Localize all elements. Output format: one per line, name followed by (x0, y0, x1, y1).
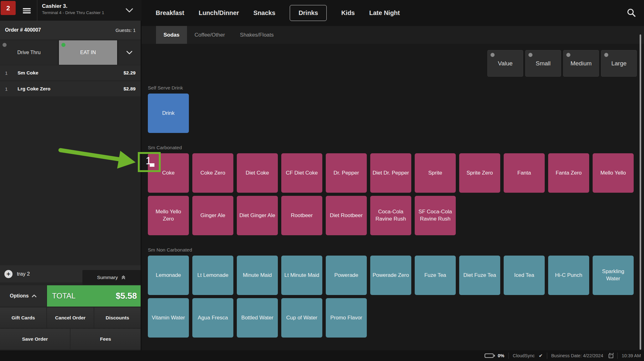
menu-item-promo-flavor[interactable]: Promo Flavor (326, 298, 367, 338)
size-button-medium[interactable]: Medium (563, 50, 599, 77)
hamburger-menu-icon[interactable] (23, 8, 31, 13)
cashier-name: Cashier 3. (42, 3, 104, 9)
menu-item-lemonade[interactable]: Lemonade (148, 256, 189, 295)
nav-tab-snacks[interactable]: Snacks (253, 9, 275, 17)
menu-item-sf-coca-cola-ravine-rush[interactable]: SF Coca-Cola Ravine Rush (415, 196, 456, 235)
menu-item-lt-lemonade[interactable]: Lt Lemonade (192, 256, 233, 295)
chevron-down-icon (126, 50, 133, 55)
nav-tab-lunch-dinner[interactable]: Lunch/Dinner (199, 9, 239, 17)
size-button-small[interactable]: Small (525, 50, 561, 77)
menu-item-iced-tea[interactable]: Iced Tea (504, 256, 545, 295)
divider (617, 353, 618, 359)
status-bar: 0% CloudSync ✔ Business Date: 4/22/2024 … (0, 350, 644, 361)
nav-tab-breakfast[interactable]: Breakfast (156, 9, 184, 17)
menu-item-agua-fresca[interactable]: Agua Fresca (192, 298, 233, 338)
add-tray-icon[interactable]: + (4, 270, 13, 278)
save-order-button[interactable]: Save Order (0, 329, 70, 349)
nav-tab-drinks[interactable]: Drinks (290, 5, 327, 21)
section-title-sm-carbonated: Sm Carbonated (148, 145, 640, 150)
item-qty: 1 (5, 70, 18, 76)
chevron-down-icon[interactable] (125, 8, 133, 13)
menu-item-vitamin-water[interactable]: Vitamin Water (148, 298, 189, 338)
summary-button[interactable]: Summary (82, 270, 141, 285)
order-header: Order # 400007 Guests: 1 (0, 21, 141, 39)
options-button[interactable]: Options (0, 285, 46, 307)
calendar-check-icon (609, 354, 613, 358)
total-value: $5.58 (116, 291, 137, 301)
menu-item-sprite-zero[interactable]: Sprite Zero (459, 153, 500, 193)
menu-item-fuze-tea[interactable]: Fuze Tea (415, 256, 456, 295)
menu-item-powerade[interactable]: Powerade (326, 256, 367, 295)
menu-item-coca-cola-ravine-rush[interactable]: Coca-Cola Ravine Rush (370, 196, 411, 235)
tray-label: tray 2 (17, 271, 30, 277)
subnav-tab-coffee-other[interactable]: Coffee/Other (187, 26, 232, 44)
totals-row: Options TOTAL $5.58 (0, 285, 141, 307)
total-button[interactable]: TOTAL $5.58 (47, 285, 141, 307)
menu-item-powerade-zero[interactable]: Powerade Zero (370, 256, 411, 295)
menu-item-dr-pepper[interactable]: Dr. Pepper (326, 153, 367, 193)
action-buttons-row2: Save OrderFees (0, 329, 141, 349)
item-name: Lrg Coke Zero (18, 86, 123, 92)
order-line-item[interactable]: 1Lrg Coke Zero$2.89 (0, 81, 141, 96)
pos-app: 2 Cashier 3. Terminal 4 - Drive Thru Cas… (0, 0, 644, 361)
menu-item-coke-zero[interactable]: Coke Zero (192, 153, 233, 193)
action-buttons-row1: Gift CardsCancel OrderDiscounts (0, 308, 141, 328)
divider (547, 353, 547, 359)
menu-item-mello-yello[interactable]: Mello Yello (593, 153, 634, 193)
menu-item-fanta[interactable]: Fanta (504, 153, 545, 193)
subnav-tab-shakes-floats[interactable]: Shakes/Floats (232, 26, 281, 44)
guest-count: Guests: 1 (116, 28, 136, 33)
order-panel: Order # 400007 Guests: 1 Drive Thru EAT … (0, 21, 142, 350)
menu-item-cf-diet-coke[interactable]: CF Diet Coke (281, 153, 322, 193)
menu-item-coke[interactable]: Coke (148, 153, 189, 193)
menu-item-diet-rootbeer[interactable]: Diet Rootbeer (326, 196, 367, 235)
size-label: Large (611, 60, 627, 67)
menu-item-lt-minute-maid[interactable]: Lt Minute Maid (281, 256, 322, 295)
menu-item-minute-maid[interactable]: Minute Maid (237, 256, 278, 295)
menu-item-sprite[interactable]: Sprite (415, 153, 456, 193)
discounts-button[interactable]: Discounts (94, 308, 141, 328)
size-button-value[interactable]: Value (487, 50, 523, 77)
menu-item-sparkling-water[interactable]: Sparkling Water (593, 256, 634, 295)
subcategory-nav: SodasCoffee/OtherShakes/Floats (142, 26, 644, 44)
scrollbar[interactable] (640, 34, 641, 350)
options-label: Options (10, 293, 29, 299)
menu-item-diet-fuze-tea[interactable]: Diet Fuze Tea (459, 256, 500, 295)
terminal-label: Terminal 4 - Drive Thru Cashier 1 (42, 10, 104, 15)
menu-item-rootbeer[interactable]: Rootbeer (281, 196, 322, 235)
order-type-eat-in[interactable]: EAT IN (59, 40, 117, 65)
gift-cards-button[interactable]: Gift Cards (0, 308, 46, 328)
menu-item-drink[interactable]: Drink (148, 94, 189, 133)
category-nav: BreakfastLunch/DinnerSnacksDrinksKidsLat… (156, 0, 400, 26)
chevron-up-icon (32, 294, 37, 297)
menu-item-ginger-ale[interactable]: Ginger Ale (192, 196, 233, 235)
notification-badge[interactable]: 2 (1, 1, 16, 15)
nav-tab-kids[interactable]: Kids (341, 9, 355, 17)
fees-button[interactable]: Fees (70, 329, 141, 349)
total-label: TOTAL (52, 292, 75, 300)
order-type-drive-thru[interactable]: Drive Thru (0, 40, 58, 65)
size-filter-group: ValueSmallMediumLarge (487, 50, 637, 77)
order-item-list: 1Sm Coke$2.291Lrg Coke Zero$2.89 (0, 65, 141, 97)
radio-dot-icon (528, 53, 532, 57)
menu-item-hi-c-punch[interactable]: Hi-C Punch (548, 256, 589, 295)
menu-item-mello-yello-zero[interactable]: Mello Yello Zero (148, 196, 189, 235)
menu-row: CokeCoke ZeroDiet CokeCF Diet CokeDr. Pe… (148, 153, 640, 193)
radio-dot-icon (604, 53, 608, 57)
menu-row: LemonadeLt LemonadeMinute MaidLt Minute … (148, 256, 640, 295)
menu-item-diet-ginger-ale[interactable]: Diet Ginger Ale (237, 196, 278, 235)
menu-item-fanta-zero[interactable]: Fanta Zero (548, 153, 589, 193)
clock-label: 10:39 AM (622, 353, 641, 358)
menu-item-diet-dr-pepper[interactable]: Diet Dr. Pepper (370, 153, 411, 193)
menu-item-cup-of-water[interactable]: Cup of Water (281, 298, 322, 338)
nav-tab-late-night[interactable]: Late Night (369, 9, 400, 17)
subnav-tab-sodas[interactable]: Sodas (156, 26, 187, 44)
menu-row: Drink (148, 94, 640, 133)
size-button-large[interactable]: Large (601, 50, 637, 77)
search-icon[interactable] (626, 8, 636, 18)
menu-item-bottled-water[interactable]: Bottled Water (237, 298, 278, 338)
cancel-order-button[interactable]: Cancel Order (47, 308, 93, 328)
order-type-expander[interactable] (118, 40, 141, 65)
order-line-item[interactable]: 1Sm Coke$2.29 (0, 65, 141, 80)
menu-item-diet-coke[interactable]: Diet Coke (237, 153, 278, 193)
